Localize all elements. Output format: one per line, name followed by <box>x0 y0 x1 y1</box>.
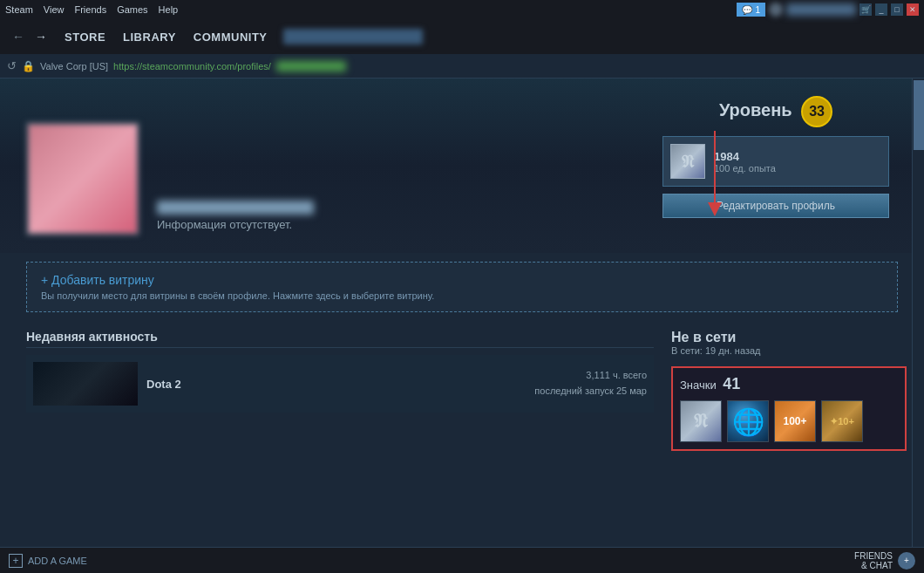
profile-info: Информация отсутствует. <box>157 201 314 231</box>
username-blurred <box>786 3 856 16</box>
level-label: Уровень <box>719 100 792 119</box>
menu-bar: Steam View Friends Games Help <box>5 4 178 15</box>
status-sub: В сети: 19 дн. назад <box>671 345 907 356</box>
nav-links: STORE LIBRARY COMMUNITY <box>65 31 268 44</box>
badges-count: 41 <box>723 375 740 392</box>
maximize-button[interactable]: □ <box>891 3 903 16</box>
featured-badge-card: 𝔑 1984 100 ед. опыта <box>662 136 889 187</box>
bottom-bar: + ADD A GAME FRIENDS & CHAT + <box>0 547 924 573</box>
menu-friends[interactable]: Friends <box>74 4 106 15</box>
title-bar: Steam View Friends Games Help 💬 1 🛒 _ □ … <box>0 0 924 19</box>
minimize-button[interactable]: _ <box>875 3 887 16</box>
friends-chat-label: FRIENDS & CHAT <box>854 551 893 570</box>
right-column: Не в сети В сети: 19 дн. назад Значки 41… <box>662 321 924 451</box>
profile-name-blurred <box>157 201 314 215</box>
badge-thumb-globe[interactable] <box>727 400 769 442</box>
page-area: Информация отсутствует. Уровень 33 𝔑 198… <box>0 78 924 547</box>
left-column: Недавняя активность DOTA 2 Dota 2 3,111 … <box>0 321 662 451</box>
nav-search-blurred <box>283 29 423 44</box>
menu-steam[interactable]: Steam <box>5 4 33 15</box>
close-button[interactable]: ✕ <box>907 3 919 16</box>
nav-library[interactable]: LIBRARY <box>123 31 176 44</box>
dota2-logo: DOTA 2 <box>33 362 138 406</box>
game-last-played: последний запуск 25 мар <box>534 384 647 399</box>
menu-help[interactable]: Help <box>159 4 179 15</box>
nav-store[interactable]: STORE <box>65 31 105 44</box>
badge-xp: 100 ед. опыта <box>714 163 776 174</box>
menu-view[interactable]: View <box>44 4 65 15</box>
edit-profile-button[interactable]: Редактировать профиль <box>662 194 889 218</box>
badge-thumb-n[interactable]: 𝔑 <box>680 400 722 442</box>
user-avatar <box>769 3 783 17</box>
add-game-icon: + <box>9 554 23 568</box>
badge-n-icon: 𝔑 <box>670 144 705 179</box>
profile-right-panel: Уровень 33 𝔑 1984 100 ед. опыта Редактир… <box>662 96 889 218</box>
ssl-icon: 🔒 <box>22 60 35 72</box>
refresh-button[interactable]: ↺ <box>7 59 17 72</box>
address-bar: ↺ 🔒 Valve Corp [US] https://steamcommuni… <box>0 54 924 78</box>
badges-row: 𝔑 100+ ✦10+ <box>680 400 898 442</box>
showcase-section[interactable]: + Добавить витрину Вы получили место для… <box>26 262 898 312</box>
scrollbar[interactable] <box>912 78 924 547</box>
game-name-text: Dota 2 <box>146 378 181 391</box>
forward-arrow[interactable]: → <box>31 28 51 45</box>
notification-button[interactable]: 💬 1 <box>737 3 765 17</box>
showcase-desc: Вы получили место для витрины в своём пр… <box>41 290 883 301</box>
chat-icon: 💬 <box>742 5 752 15</box>
two-column-layout: Недавняя активность DOTA 2 Dota 2 3,111 … <box>0 321 924 451</box>
main-content: Информация отсутствует. Уровень 33 𝔑 198… <box>0 78 924 547</box>
status-section: Не в сети В сети: 19 дн. назад <box>671 330 907 356</box>
badge-info: 1984 100 ед. опыта <box>714 150 776 174</box>
level-badge: 33 <box>801 96 832 127</box>
badge-thumb-10[interactable]: ✦10+ <box>821 400 863 442</box>
badges-label: Значки <box>680 379 717 392</box>
game-row[interactable]: DOTA 2 Dota 2 3,111 ч. всего последний з… <box>26 355 654 413</box>
nav-community[interactable]: COMMUNITY <box>194 31 268 44</box>
status-title: Не в сети <box>671 330 907 345</box>
friends-chat-button[interactable]: FRIENDS & CHAT + <box>854 551 915 570</box>
showcase-title: + Добавить витрину <box>41 273 883 287</box>
back-arrow[interactable]: ← <box>9 28 28 45</box>
url-blurred <box>276 61 346 72</box>
nav-arrows: ← → <box>9 28 51 45</box>
window-controls: 💬 1 🛒 _ □ ✕ <box>737 3 919 17</box>
menu-games[interactable]: Games <box>117 4 147 15</box>
scrollbar-thumb[interactable] <box>914 80 924 150</box>
level-section: Уровень 33 <box>662 96 889 127</box>
game-stats: 3,111 ч. всего последний запуск 25 мар <box>534 368 647 399</box>
add-game-button[interactable]: + ADD A GAME <box>9 554 87 568</box>
profile-avatar <box>26 122 139 235</box>
badges-header: Значки 41 <box>680 375 898 393</box>
navigation-bar: ← → STORE LIBRARY COMMUNITY <box>0 19 924 54</box>
friends-icon: + <box>898 552 915 570</box>
ssl-label: Valve Corp [US] <box>40 61 108 72</box>
notif-count: 1 <box>755 5 760 15</box>
game-hours: 3,111 ч. всего <box>534 368 647 384</box>
badges-section: Значки 41 𝔑 100+ ✦10+ <box>671 366 907 451</box>
store-icon-btn[interactable]: 🛒 <box>859 3 872 16</box>
profile-info-missing: Информация отсутствует. <box>157 218 314 231</box>
badge-name: 1984 <box>714 150 776 163</box>
activity-section-title: Недавняя активность <box>26 330 654 348</box>
profile-header: Информация отсутствует. Уровень 33 𝔑 198… <box>0 78 924 253</box>
add-game-label: ADD A GAME <box>28 556 87 566</box>
address-url[interactable]: https://steamcommunity.com/profiles/ <box>113 61 271 72</box>
badge-thumb-100[interactable]: 100+ <box>774 400 816 442</box>
